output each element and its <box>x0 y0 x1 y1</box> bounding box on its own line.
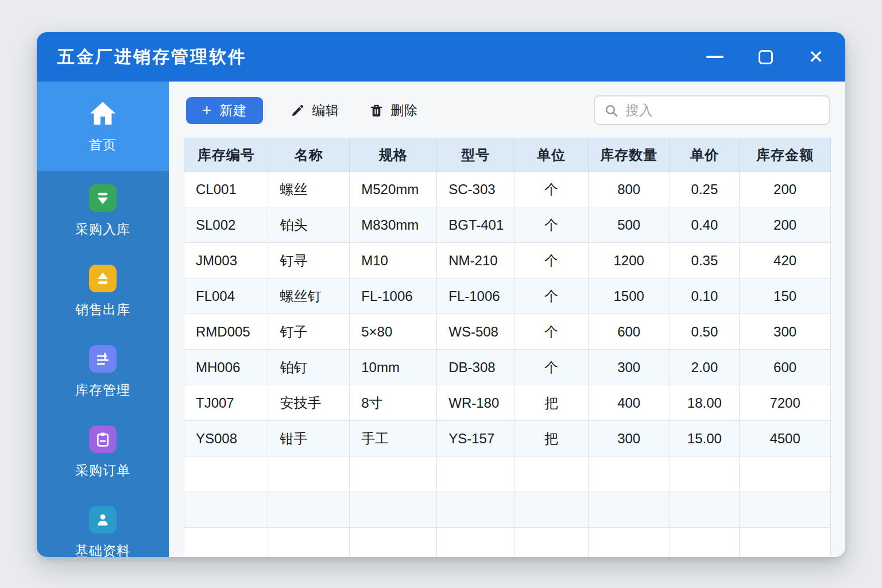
table-cell: M830mm <box>350 207 437 243</box>
table-cell: 个 <box>514 350 588 385</box>
table-cell: FL-1006 <box>437 278 514 314</box>
sidebar-item-label: 首页 <box>89 136 117 154</box>
col-header-spec[interactable]: 规格 <box>350 138 437 172</box>
empty-cell <box>350 528 437 558</box>
magnifier-icon <box>604 103 618 118</box>
empty-cell <box>588 492 670 528</box>
table-cell: 把 <box>514 385 588 421</box>
table-cell: 7200 <box>740 385 831 421</box>
col-header-name[interactable]: 名称 <box>268 138 350 172</box>
empty-cell <box>670 528 740 558</box>
table-cell: 手工 <box>350 421 437 457</box>
maximize-button[interactable] <box>756 47 775 67</box>
sidebar-item-home[interactable]: 首页 <box>37 82 169 171</box>
window-title: 五金厂进销存管理软件 <box>57 45 247 69</box>
empty-cell <box>268 457 350 492</box>
empty-cell <box>514 457 588 492</box>
empty-cell <box>437 457 514 492</box>
table-row[interactable]: TJ007安技手8寸WR-180把40018.007200 <box>184 385 831 421</box>
sidebar-item-label: 销售出库 <box>75 301 130 319</box>
empty-cell <box>670 457 740 492</box>
table-cell: SC-303 <box>437 172 514 207</box>
table-cell: 420 <box>740 243 831 278</box>
sidebar-item-purchase-in[interactable]: 采购入库 <box>37 171 169 252</box>
sidebar-item-label: 采购入库 <box>75 220 130 238</box>
empty-cell <box>588 457 670 492</box>
col-header-stock-value[interactable]: 库存金额 <box>740 138 831 172</box>
sidebar-item-basic-data[interactable]: 基础资料 <box>37 493 169 557</box>
table-cell: 5×80 <box>350 314 437 350</box>
table-cell: 4500 <box>740 421 831 457</box>
window-controls: ✕ <box>705 47 826 67</box>
empty-row <box>184 528 831 558</box>
table-row[interactable]: FL004螺丝钉FL-1006FL-1006个15000.10150 <box>184 278 831 314</box>
sidebar-item-purchase-orders[interactable]: 采购订单 <box>37 412 169 493</box>
table-cell: YS008 <box>184 421 268 457</box>
table-cell: FL004 <box>184 278 268 314</box>
table-cell: BGT-401 <box>437 207 514 243</box>
table-cell: 铂钉 <box>268 350 350 385</box>
table-cell: 0.40 <box>670 207 740 243</box>
clipboard-icon <box>89 425 117 453</box>
empty-cell <box>184 492 268 528</box>
empty-cell <box>437 528 514 558</box>
table-cell: 个 <box>514 243 588 278</box>
empty-cell <box>740 492 831 528</box>
table-cell: MH006 <box>184 350 268 385</box>
home-icon <box>88 99 117 127</box>
table-row[interactable]: RMD005钉子5×80WS-508个6000.50300 <box>184 314 831 350</box>
download-icon <box>89 184 117 212</box>
sidebar-item-inventory[interactable]: 库存管理 <box>37 332 169 412</box>
table-cell: FL-1006 <box>350 278 437 314</box>
table-cell: M10 <box>350 243 437 278</box>
col-header-stock-qty[interactable]: 库存数量 <box>588 138 670 172</box>
table-row[interactable]: SL002铂头M830mmBGT-401个5000.40200 <box>184 207 831 243</box>
delete-button[interactable]: 删除 <box>369 102 418 119</box>
col-header-model[interactable]: 型号 <box>437 138 514 172</box>
edit-button-label: 编辑 <box>312 102 339 119</box>
table-cell: 钉寻 <box>268 243 350 278</box>
table-row[interactable]: MH006铂钉10mmDB-308个3002.00600 <box>184 350 831 385</box>
new-button-label: 新建 <box>219 102 247 119</box>
table-cell: RMD005 <box>184 314 268 350</box>
empty-cell <box>268 492 350 528</box>
sidebar-item-sales-out[interactable]: 销售出库 <box>37 252 169 332</box>
user-icon <box>89 506 117 533</box>
col-header-unit[interactable]: 单位 <box>514 138 588 172</box>
table-cell: 200 <box>740 207 831 243</box>
empty-cell <box>740 528 831 558</box>
empty-cell <box>588 528 670 558</box>
table-cell: 个 <box>514 314 588 350</box>
search-input[interactable] <box>625 102 820 118</box>
delete-button-label: 删除 <box>390 102 418 119</box>
table-cell: YS-157 <box>437 421 514 457</box>
empty-cell <box>670 492 740 528</box>
table-row[interactable]: JM003钉寻M10NM-210个12000.35420 <box>184 243 831 278</box>
table-cell: 600 <box>588 314 670 350</box>
table-header-row: 库存编号 名称 规格 型号 单位 库存数量 单价 库存金额 <box>184 138 831 172</box>
table-cell: 150 <box>740 278 831 314</box>
table-row[interactable]: YS008钳手手工YS-157把30015.004500 <box>184 421 831 457</box>
table-row[interactable]: CL001螺丝M520mmSC-303个8000.25200 <box>184 172 831 207</box>
edit-button[interactable]: 编辑 <box>291 102 339 119</box>
table-cell: 钉子 <box>268 314 350 350</box>
table-cell: SL002 <box>184 207 268 243</box>
inventory-table-body: CL001螺丝M520mmSC-303个8000.25200SL002铂头M83… <box>184 172 831 558</box>
empty-cell <box>184 457 268 492</box>
table-cell: 铂头 <box>268 207 350 243</box>
close-button[interactable]: ✕ <box>806 47 826 67</box>
empty-cell <box>514 492 588 528</box>
table-cell: JM003 <box>184 243 268 278</box>
new-button[interactable]: + 新建 <box>186 97 263 124</box>
inventory-table-wrap: 库存编号 名称 规格 型号 单位 库存数量 单价 库存金额 CL001螺丝M52… <box>184 138 831 557</box>
sidebar-item-label: 库存管理 <box>75 381 130 399</box>
minimize-button[interactable] <box>705 47 725 67</box>
col-header-unit-price[interactable]: 单价 <box>670 138 740 172</box>
empty-row <box>184 457 831 492</box>
empty-cell <box>514 528 588 558</box>
empty-cell <box>350 492 437 528</box>
col-header-item-code[interactable]: 库存编号 <box>184 138 268 172</box>
table-cell: 10mm <box>350 350 437 385</box>
table-cell: 安技手 <box>268 385 350 421</box>
empty-row <box>184 492 831 528</box>
